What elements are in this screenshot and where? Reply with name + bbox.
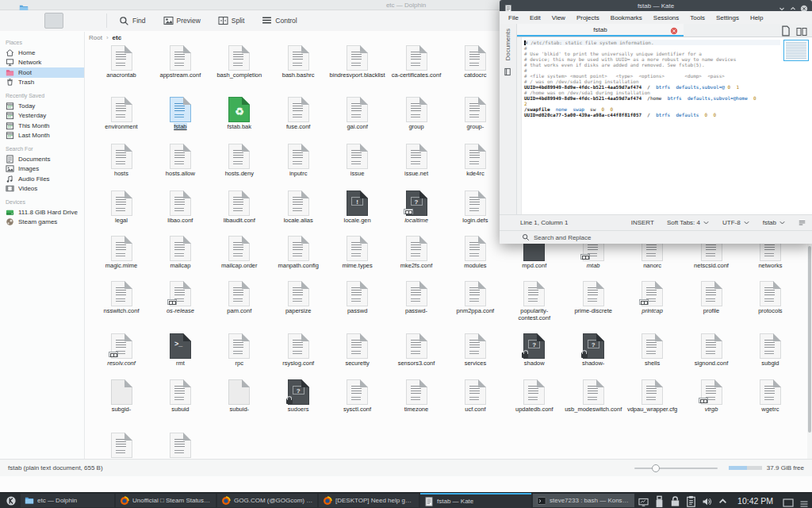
file-usb-modeswitch-conf[interactable]: usb_modeswitch.conf [564, 379, 622, 414]
file-wodim-conf[interactable]: wodim.conf [92, 433, 151, 459]
file-hosts-deny[interactable]: hosts.deny [210, 144, 269, 178]
file-mke2fs-conf[interactable]: mke2fs.conf [387, 236, 446, 270]
menu-file[interactable]: File [503, 14, 524, 21]
file-login-defs[interactable]: login.defs [446, 190, 504, 225]
task-steve7233-bash-konsole[interactable]: steve7233 : bash — Konsole [533, 494, 634, 507]
preview-button[interactable]: Preview [159, 13, 205, 28]
encoding-select[interactable]: UTF-8 [722, 219, 750, 226]
file-mailcap[interactable]: mailcap [151, 236, 209, 270]
file-catdocrc[interactable]: catdocrc [446, 45, 504, 79]
split-view-button[interactable] [796, 25, 807, 36]
file-vdpau-wrapper-cfg[interactable]: vdpau_wrapper.cfg [623, 379, 682, 414]
task-desktop-need-help-getting-my[interactable]: [DESKTOP] Need help getting my... [319, 494, 419, 507]
file-sysctl-conf[interactable]: sysctl.conf [328, 379, 387, 414]
file-locale-gen[interactable]: !locale.gen [328, 190, 387, 225]
file-issue[interactable]: issue [328, 144, 387, 178]
file-manpath-config[interactable]: manpath.config [269, 236, 327, 270]
file-rmt[interactable]: >_rmt [151, 333, 209, 368]
sidebar-item-home[interactable]: Home [0, 48, 84, 58]
file-profile[interactable]: profile [682, 281, 741, 315]
volume-icon[interactable] [702, 495, 712, 506]
breadcrumb-root[interactable]: Root [89, 34, 102, 41]
sidebar-item-root[interactable]: Root [0, 67, 84, 78]
sidebar-item-yesterday[interactable]: Yesterday [0, 111, 84, 121]
file-modules[interactable]: modules [446, 236, 504, 270]
file-signond-conf[interactable]: signond.conf [682, 333, 741, 368]
file-rsyslog-conf[interactable]: rsyslog.conf [269, 333, 327, 368]
kate-titlebar[interactable]: fstab — Kate [500, 0, 812, 11]
file-anacrontab[interactable]: anacrontab [92, 45, 151, 79]
sidebar-item-audio-files[interactable]: Audio Files [0, 174, 84, 184]
file-environment[interactable]: environment [92, 97, 151, 131]
sidebar-item-steam-games[interactable]: Steam games [0, 217, 84, 228]
sidebar-item-network[interactable]: Network [0, 58, 84, 68]
file-kde4rc[interactable]: kde4rc [446, 144, 504, 178]
menu-tools[interactable]: Tools [684, 14, 710, 21]
application-launcher[interactable] [3, 494, 19, 508]
file-shadow[interactable]: ?shadow [505, 333, 564, 368]
file-passwd[interactable]: passwd [328, 281, 387, 315]
menu-settings[interactable]: Settings [710, 14, 745, 21]
file-mime-types[interactable]: mime.types [328, 236, 387, 270]
sidebar-item-videos[interactable]: Videos [0, 184, 84, 194]
file-ucf-conf[interactable]: ucf.conf [446, 379, 504, 414]
task-fstab-kate[interactable]: fstab — Kate [420, 493, 531, 508]
file-gai-conf[interactable]: gai.conf [328, 97, 387, 131]
file-issue-net[interactable]: issue.net [387, 144, 446, 178]
file-vtrgb[interactable]: vtrgb [682, 379, 741, 414]
view-tree-button[interactable] [82, 13, 102, 29]
editor-area[interactable]: # /etc/fstab: static file system informa… [517, 37, 812, 214]
file-shells[interactable]: shells [623, 333, 682, 368]
usb-icon[interactable] [654, 495, 665, 506]
editor-minimap[interactable] [783, 40, 809, 61]
scrollbar-handle[interactable] [808, 246, 811, 433]
file-papersize[interactable]: papersize [269, 281, 327, 315]
caret-up-icon[interactable] [718, 495, 728, 506]
file-group[interactable]: group- [446, 97, 504, 131]
file-pnm2ppa-conf[interactable]: pnm2ppa.conf [446, 281, 504, 315]
clock[interactable]: 10:42 PM [737, 496, 773, 506]
file-locale-alias[interactable]: locale.alias [269, 190, 327, 225]
file-prime-discrete[interactable]: prime-discrete [564, 281, 622, 315]
cursor-position[interactable]: Line 1, Column 1 [520, 219, 619, 226]
file-rpc[interactable]: rpc [210, 333, 269, 368]
file-sudoers[interactable]: ?sudoers [269, 379, 327, 414]
task-etc-dolphin[interactable]: etc — Dolphin [21, 494, 114, 507]
menu-projects[interactable]: Projects [571, 14, 605, 21]
breadcrumb-current[interactable]: etc [113, 34, 122, 41]
file-resolv-conf[interactable]: resolv.conf [92, 333, 151, 368]
view-icons-button[interactable] [44, 13, 63, 29]
maximize-button[interactable] [789, 2, 797, 10]
file-bash-bashrc[interactable]: bash.bashrc [269, 45, 327, 79]
file-printcap[interactable]: printcap [623, 281, 682, 315]
file-magic-mime[interactable]: magic.mime [92, 236, 151, 270]
forward-button[interactable] [21, 14, 35, 27]
file-bash-completion[interactable]: bash_completion [210, 45, 269, 79]
panel-menu-icon[interactable] [799, 497, 809, 505]
file-libaudit-conf[interactable]: libaudit.conf [210, 190, 269, 225]
file-hosts[interactable]: hosts [92, 144, 151, 178]
file-timezone[interactable]: timezone [387, 379, 446, 414]
menu-edit[interactable]: Edit [524, 14, 546, 21]
file-services[interactable]: services [446, 333, 504, 368]
sidebar-item-last-month[interactable]: Last Month [0, 131, 84, 141]
zoom-slider[interactable] [634, 464, 718, 472]
control-button[interactable]: Control [258, 13, 301, 28]
back-button[interactable] [6, 14, 21, 27]
file-subuid[interactable]: subuid- [210, 379, 269, 414]
minimize-button[interactable] [778, 2, 786, 10]
file-libao-conf[interactable]: libao.conf [151, 190, 209, 225]
file-os-release[interactable]: os-release [151, 281, 209, 315]
task-gog-com-gogcom-on-twitte[interactable]: GOG.COM (@GOGcom) on Twitte... [217, 494, 317, 507]
menu-bookmarks[interactable]: Bookmarks [605, 14, 648, 21]
file-passwd[interactable]: passwd- [387, 281, 446, 315]
file-inputrc[interactable]: inputrc [269, 144, 327, 178]
file-pam-conf[interactable]: pam.conf [210, 281, 269, 315]
file-group[interactable]: group [387, 97, 446, 131]
file-sensors3-conf[interactable]: sensors3.conf [387, 333, 446, 368]
find-button[interactable]: Find [115, 13, 150, 28]
file-appstream-conf[interactable]: appstream.conf [151, 45, 209, 79]
file-subgid[interactable]: subgid [741, 333, 799, 368]
file-fstab[interactable]: fstab [151, 97, 209, 131]
zoom-slider-knob[interactable] [652, 464, 660, 472]
